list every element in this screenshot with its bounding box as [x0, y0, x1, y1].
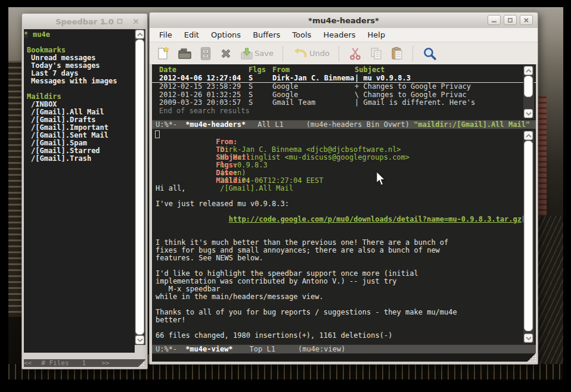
message-scrollbar[interactable] [523, 130, 534, 343]
menu-item[interactable]: Help [362, 29, 392, 41]
open-file-button[interactable] [178, 46, 192, 61]
scrollbar-thumb[interactable] [524, 141, 533, 331]
menu-item[interactable]: Options [205, 29, 247, 41]
table-row[interactable]: 2009-03-23 20:03:57 S Gmail Team | Gmail… [152, 99, 536, 107]
scroll-up-icon[interactable] [135, 30, 144, 39]
toolbar: Save Undo [150, 42, 538, 65]
table-row[interactable]: 2012-04-06 12:27:04 S Dirk-Jan C. Binnem… [152, 74, 536, 83]
speedbar-scrollbar[interactable] [135, 29, 145, 345]
message-header-fields: From: Dirk-Jan C. Binnema <djcb@djcbsoft… [156, 130, 536, 177]
speedbar-titlebar[interactable]: Speedbar 1.0 [22, 14, 147, 29]
column-from[interactable]: From [272, 66, 355, 74]
modeline-query: "maildir:/[Gmail].All Mail" [414, 120, 530, 129]
message-body-line: features. See NEWS below. [156, 254, 536, 262]
close-icon[interactable] [129, 16, 142, 26]
link-line: http://code.google.com/p/mu0/downloads/d… [156, 208, 536, 231]
maximize-icon[interactable] [504, 15, 517, 25]
flags-cell: S [249, 83, 272, 91]
emacs-frame: Date Flgs From Subject 2012-04-06 12:27:… [152, 64, 536, 362]
body-lines: I think it's much better than the previo… [156, 231, 536, 344]
paste-button[interactable] [390, 46, 404, 61]
field-label: Maildir: [216, 176, 250, 185]
bookmark-item[interactable]: Messages with images [31, 77, 135, 85]
modeline-position: Top L1 [250, 345, 275, 353]
expand-marker-icon[interactable]: * [24, 31, 28, 38]
status-left-arrows[interactable]: << [24, 359, 32, 367]
modeline-buffer-name[interactable]: *mu4e-headers* [185, 120, 246, 129]
flags-cell: S [249, 99, 272, 107]
menu-item[interactable]: Edit [178, 29, 205, 41]
modeline-buffer-name[interactable]: *mu4e-view* [185, 345, 232, 353]
search-icon [423, 46, 437, 61]
column-flags[interactable]: Flgs [249, 66, 272, 74]
desktop: Speedbar 1.0 * mu4e Bookmarks Unread mes… [0, 0, 571, 392]
field-label: Subject: [216, 153, 250, 161]
toolbar-separator [412, 46, 414, 61]
modeline-flags: U:%*- [156, 345, 177, 353]
modeline-flags: U:%*- [156, 120, 177, 129]
message-body: Hi all,I've just released mu v0.9.8.3: h… [156, 185, 536, 344]
status-right-arrows[interactable]: >> [101, 359, 109, 367]
undo-button[interactable]: Undo [293, 47, 330, 60]
mu4e-view-pane: From: Dirk-Jan C. Binnema <djcb@djcbsoft… [152, 129, 536, 344]
message-header-field: From: Dirk-Jan C. Binnema <djcb@djcbsoft… [156, 130, 536, 138]
save-button[interactable]: Save [240, 46, 274, 61]
window-titlebar[interactable]: *mu4e-headers* [150, 13, 538, 28]
new-file-icon [157, 46, 170, 61]
directory-button[interactable] [200, 46, 212, 61]
speedbar-statusbar: << # Files 1 >> [24, 359, 145, 367]
from-cell: Dirk-Jan C. Binnema [272, 74, 355, 82]
undo-icon [293, 47, 308, 60]
scrollbar-thumb[interactable] [135, 39, 144, 335]
modeline-major-mode[interactable]: (mu4e-headers Bin Ovwrt) [306, 120, 409, 129]
scroll-up-icon[interactable] [524, 131, 533, 140]
menu-item[interactable]: File [153, 29, 178, 41]
cut-button[interactable] [349, 46, 362, 61]
close-icon[interactable] [520, 15, 533, 25]
message-body-line: 66 files changed, 1980 insertions(+), 11… [156, 332, 536, 340]
scroll-down-icon[interactable] [524, 334, 533, 343]
flags-cell: S [249, 74, 272, 82]
from-cell: Google [272, 91, 355, 99]
speedbar-content: * mu4e Bookmarks Unread messagesToday's … [24, 29, 135, 353]
speedbar-root-mu4e[interactable]: mu4e [33, 31, 135, 39]
minimize-icon[interactable] [97, 16, 110, 26]
menu-item[interactable]: Buffers [247, 29, 286, 41]
scissors-icon [349, 46, 362, 61]
copy-button[interactable] [370, 46, 383, 61]
save-label: Save [255, 49, 274, 58]
from-cell: Google [272, 83, 355, 91]
headers-scrollbar[interactable] [523, 66, 534, 119]
field-label: From: [216, 138, 237, 146]
menu-item[interactable]: Tools [286, 29, 317, 41]
column-date[interactable]: Date [159, 66, 249, 74]
scroll-down-icon[interactable] [524, 109, 533, 118]
column-subject[interactable]: Subject [355, 66, 520, 74]
table-row[interactable]: 2012-01-26 01:32:25 S Google \ Changes t… [152, 91, 536, 99]
message-body-line: better! [156, 316, 536, 324]
resize-grip[interactable] [527, 353, 536, 362]
new-file-button[interactable] [157, 46, 170, 61]
resize-grip[interactable] [138, 360, 145, 367]
mouse-cursor [376, 171, 386, 189]
menu-item[interactable]: Headers [317, 29, 361, 41]
modeline-major-mode[interactable]: (mu4e:view) [298, 345, 345, 353]
maildir-item[interactable]: /[Gmail].Trash [31, 155, 135, 163]
scroll-down-icon[interactable] [135, 335, 144, 344]
field-label: To: [216, 145, 229, 154]
echo-area[interactable] [152, 354, 536, 362]
subject-cell: \ Changes to Google Privac [355, 91, 520, 99]
minimize-icon[interactable] [488, 15, 501, 25]
maximize-icon[interactable] [113, 16, 126, 26]
scroll-up-icon[interactable] [524, 66, 533, 75]
text-cursor [155, 130, 160, 138]
close-buffer-button[interactable] [219, 47, 232, 60]
maildirs-list: /INBOX/[Gmail].All Mail/[Gmail].Drafts/[… [27, 101, 135, 163]
scrollbar-thumb[interactable] [524, 76, 533, 97]
download-link[interactable]: http://code.google.com/p/mu0/downloads/d… [229, 215, 522, 223]
search-button[interactable] [423, 46, 437, 61]
table-row[interactable]: 2012-02-15 23:58:29 S Google + Changes t… [152, 83, 536, 91]
window-title: *mu4e-headers* [308, 16, 379, 25]
message-body-line [156, 340, 536, 344]
field-label: Date: [216, 169, 237, 177]
